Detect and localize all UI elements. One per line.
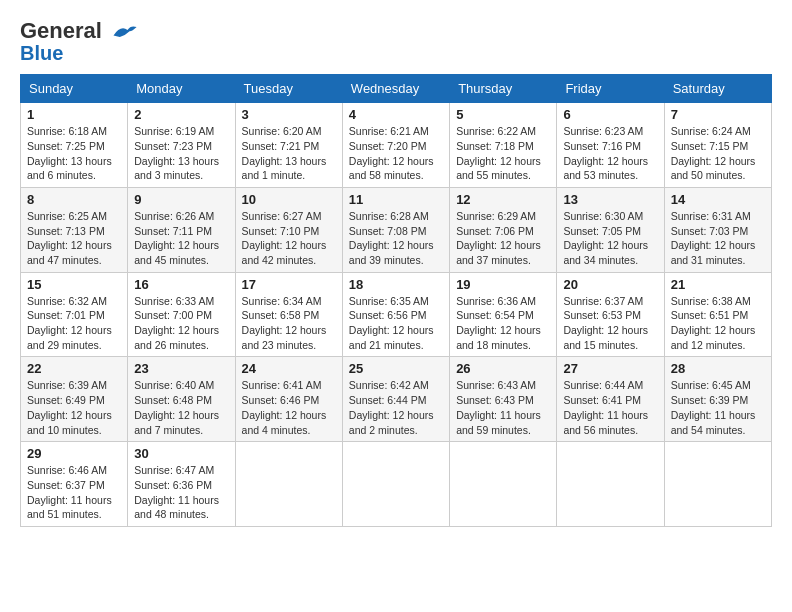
day-number: 27: [563, 361, 657, 376]
day-number: 10: [242, 192, 336, 207]
calendar-cell: 29Sunrise: 6:46 AMSunset: 6:37 PMDayligh…: [21, 442, 128, 527]
day-info: Sunrise: 6:18 AMSunset: 7:25 PMDaylight:…: [27, 124, 121, 183]
calendar-cell: 13Sunrise: 6:30 AMSunset: 7:05 PMDayligh…: [557, 187, 664, 272]
calendar-cell: 10Sunrise: 6:27 AMSunset: 7:10 PMDayligh…: [235, 187, 342, 272]
day-number: 3: [242, 107, 336, 122]
day-info: Sunrise: 6:46 AMSunset: 6:37 PMDaylight:…: [27, 463, 121, 522]
day-info: Sunrise: 6:28 AMSunset: 7:08 PMDaylight:…: [349, 209, 443, 268]
day-info: Sunrise: 6:41 AMSunset: 6:46 PMDaylight:…: [242, 378, 336, 437]
header: General Blue: [20, 16, 772, 64]
calendar-cell: 27Sunrise: 6:44 AMSunset: 6:41 PMDayligh…: [557, 357, 664, 442]
calendar-cell: [235, 442, 342, 527]
calendar-cell: 30Sunrise: 6:47 AMSunset: 6:36 PMDayligh…: [128, 442, 235, 527]
calendar-cell: 2Sunrise: 6:19 AMSunset: 7:23 PMDaylight…: [128, 103, 235, 188]
calendar-cell: 3Sunrise: 6:20 AMSunset: 7:21 PMDaylight…: [235, 103, 342, 188]
day-of-week-header: Saturday: [664, 75, 771, 103]
calendar-week-row: 29Sunrise: 6:46 AMSunset: 6:37 PMDayligh…: [21, 442, 772, 527]
logo: General Blue: [20, 20, 138, 64]
day-number: 25: [349, 361, 443, 376]
day-info: Sunrise: 6:19 AMSunset: 7:23 PMDaylight:…: [134, 124, 228, 183]
calendar-body: 1Sunrise: 6:18 AMSunset: 7:25 PMDaylight…: [21, 103, 772, 527]
calendar-cell: 20Sunrise: 6:37 AMSunset: 6:53 PMDayligh…: [557, 272, 664, 357]
calendar-cell: 26Sunrise: 6:43 AMSunset: 6:43 PMDayligh…: [450, 357, 557, 442]
day-info: Sunrise: 6:35 AMSunset: 6:56 PMDaylight:…: [349, 294, 443, 353]
day-number: 26: [456, 361, 550, 376]
day-info: Sunrise: 6:39 AMSunset: 6:49 PMDaylight:…: [27, 378, 121, 437]
day-number: 12: [456, 192, 550, 207]
day-info: Sunrise: 6:20 AMSunset: 7:21 PMDaylight:…: [242, 124, 336, 183]
day-info: Sunrise: 6:25 AMSunset: 7:13 PMDaylight:…: [27, 209, 121, 268]
calendar-cell: [342, 442, 449, 527]
day-info: Sunrise: 6:34 AMSunset: 6:58 PMDaylight:…: [242, 294, 336, 353]
day-number: 22: [27, 361, 121, 376]
calendar-cell: 12Sunrise: 6:29 AMSunset: 7:06 PMDayligh…: [450, 187, 557, 272]
day-number: 8: [27, 192, 121, 207]
calendar-cell: 15Sunrise: 6:32 AMSunset: 7:01 PMDayligh…: [21, 272, 128, 357]
day-info: Sunrise: 6:21 AMSunset: 7:20 PMDaylight:…: [349, 124, 443, 183]
day-of-week-header: Wednesday: [342, 75, 449, 103]
day-info: Sunrise: 6:45 AMSunset: 6:39 PMDaylight:…: [671, 378, 765, 437]
calendar-cell: 11Sunrise: 6:28 AMSunset: 7:08 PMDayligh…: [342, 187, 449, 272]
day-number: 11: [349, 192, 443, 207]
calendar-cell: 16Sunrise: 6:33 AMSunset: 7:00 PMDayligh…: [128, 272, 235, 357]
day-number: 7: [671, 107, 765, 122]
day-info: Sunrise: 6:38 AMSunset: 6:51 PMDaylight:…: [671, 294, 765, 353]
calendar-cell: 23Sunrise: 6:40 AMSunset: 6:48 PMDayligh…: [128, 357, 235, 442]
day-number: 21: [671, 277, 765, 292]
calendar-cell: [664, 442, 771, 527]
calendar-cell: 8Sunrise: 6:25 AMSunset: 7:13 PMDaylight…: [21, 187, 128, 272]
calendar-cell: 18Sunrise: 6:35 AMSunset: 6:56 PMDayligh…: [342, 272, 449, 357]
day-info: Sunrise: 6:42 AMSunset: 6:44 PMDaylight:…: [349, 378, 443, 437]
calendar-cell: 9Sunrise: 6:26 AMSunset: 7:11 PMDaylight…: [128, 187, 235, 272]
day-number: 16: [134, 277, 228, 292]
day-info: Sunrise: 6:23 AMSunset: 7:16 PMDaylight:…: [563, 124, 657, 183]
day-info: Sunrise: 6:24 AMSunset: 7:15 PMDaylight:…: [671, 124, 765, 183]
day-info: Sunrise: 6:22 AMSunset: 7:18 PMDaylight:…: [456, 124, 550, 183]
calendar-cell: 6Sunrise: 6:23 AMSunset: 7:16 PMDaylight…: [557, 103, 664, 188]
day-number: 2: [134, 107, 228, 122]
day-info: Sunrise: 6:36 AMSunset: 6:54 PMDaylight:…: [456, 294, 550, 353]
calendar-cell: 28Sunrise: 6:45 AMSunset: 6:39 PMDayligh…: [664, 357, 771, 442]
day-info: Sunrise: 6:33 AMSunset: 7:00 PMDaylight:…: [134, 294, 228, 353]
day-of-week-header: Friday: [557, 75, 664, 103]
day-number: 5: [456, 107, 550, 122]
day-number: 13: [563, 192, 657, 207]
logo-bird-icon: [110, 21, 138, 43]
day-number: 4: [349, 107, 443, 122]
day-info: Sunrise: 6:47 AMSunset: 6:36 PMDaylight:…: [134, 463, 228, 522]
day-number: 17: [242, 277, 336, 292]
calendar-cell: 19Sunrise: 6:36 AMSunset: 6:54 PMDayligh…: [450, 272, 557, 357]
calendar-cell: [450, 442, 557, 527]
day-info: Sunrise: 6:40 AMSunset: 6:48 PMDaylight:…: [134, 378, 228, 437]
day-info: Sunrise: 6:27 AMSunset: 7:10 PMDaylight:…: [242, 209, 336, 268]
calendar-cell: 7Sunrise: 6:24 AMSunset: 7:15 PMDaylight…: [664, 103, 771, 188]
day-number: 1: [27, 107, 121, 122]
day-of-week-header: Thursday: [450, 75, 557, 103]
day-of-week-header: Monday: [128, 75, 235, 103]
day-info: Sunrise: 6:43 AMSunset: 6:43 PMDaylight:…: [456, 378, 550, 437]
calendar-cell: 4Sunrise: 6:21 AMSunset: 7:20 PMDaylight…: [342, 103, 449, 188]
logo-text: General: [20, 20, 138, 43]
day-number: 28: [671, 361, 765, 376]
day-number: 20: [563, 277, 657, 292]
day-number: 15: [27, 277, 121, 292]
day-number: 29: [27, 446, 121, 461]
day-number: 24: [242, 361, 336, 376]
logo-blue-text: Blue: [20, 42, 63, 64]
day-number: 14: [671, 192, 765, 207]
calendar-cell: 22Sunrise: 6:39 AMSunset: 6:49 PMDayligh…: [21, 357, 128, 442]
day-number: 23: [134, 361, 228, 376]
calendar-cell: 14Sunrise: 6:31 AMSunset: 7:03 PMDayligh…: [664, 187, 771, 272]
calendar-week-row: 22Sunrise: 6:39 AMSunset: 6:49 PMDayligh…: [21, 357, 772, 442]
day-number: 6: [563, 107, 657, 122]
day-info: Sunrise: 6:26 AMSunset: 7:11 PMDaylight:…: [134, 209, 228, 268]
day-info: Sunrise: 6:32 AMSunset: 7:01 PMDaylight:…: [27, 294, 121, 353]
day-number: 19: [456, 277, 550, 292]
day-of-week-header: Tuesday: [235, 75, 342, 103]
calendar-table: SundayMondayTuesdayWednesdayThursdayFrid…: [20, 74, 772, 527]
day-number: 30: [134, 446, 228, 461]
day-number: 9: [134, 192, 228, 207]
day-info: Sunrise: 6:31 AMSunset: 7:03 PMDaylight:…: [671, 209, 765, 268]
day-info: Sunrise: 6:37 AMSunset: 6:53 PMDaylight:…: [563, 294, 657, 353]
calendar-week-row: 8Sunrise: 6:25 AMSunset: 7:13 PMDaylight…: [21, 187, 772, 272]
